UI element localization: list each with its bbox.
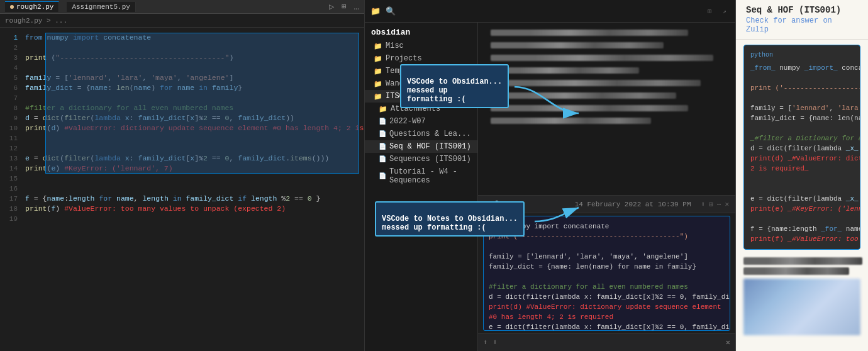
blurred-row-3	[491, 55, 713, 61]
obsidian-main: ✏ 🔒 ⊞ ⊞ 14 February 2022 at 10:39 PM ⬆ ⊞…	[478, 23, 735, 351]
sidebar-attachments[interactable]: 📁 Attachments	[365, 103, 477, 115]
right-title: Seq & HOF (ITS001)	[746, 5, 858, 15]
breadcrumb-text: rough2.py > ...	[5, 17, 67, 25]
full-wrapper: rough2.py Assignment5.py ▷ ⊞ … rough2.py…	[0, 0, 868, 351]
sidebar-templates[interactable]: 📁 Templates	[365, 65, 477, 77]
right-blurred-1	[743, 257, 862, 265]
code-line-6: family_dict = {name: len(name) for name …	[25, 83, 359, 93]
blurred-row-1	[491, 30, 688, 36]
sidebar-projects-label: Projects	[386, 54, 422, 63]
code-line-12	[25, 143, 359, 153]
lock-icon[interactable]: 🔒	[492, 200, 501, 208]
run-icon[interactable]: ▷	[329, 1, 334, 12]
vault-name: obsidian	[365, 23, 477, 40]
scroll-left[interactable]: ⬆	[483, 338, 487, 347]
split-icon[interactable]: ⊞	[342, 2, 346, 11]
copy-icon[interactable]: ⊞	[709, 200, 713, 208]
right-bottom	[736, 255, 868, 351]
note-line-6: family_dict = {name: len(name) for name …	[489, 262, 725, 272]
note-extra-icons: ⬆ ⊞ ⋯ ✕	[701, 200, 730, 208]
file-week07-icon: 📄	[379, 118, 386, 125]
rline-14: e = dict(filter(lambda _x_: family_dict[…	[750, 194, 854, 204]
sidebar-projects[interactable]: 📁 Projects	[365, 52, 477, 65]
code-line-16	[25, 184, 359, 194]
sidebar-misc[interactable]: 📁 Misc	[365, 40, 477, 52]
sidebar-tutorial[interactable]: 📄 Tutorial - W4 - Sequences	[365, 165, 477, 187]
tab-rough2-label: rough2.py	[16, 3, 53, 11]
folder-icon[interactable]: 📁	[370, 6, 381, 17]
sidebar-week07-label: 2022-W07	[389, 117, 426, 126]
grid-icon[interactable]: ⊞	[704, 6, 715, 17]
note-toolbar-more[interactable]: ⊞	[513, 200, 517, 208]
code-line-7	[25, 93, 359, 103]
scroll-right[interactable]: ⬇	[492, 338, 497, 347]
edit-icon[interactable]: ✏	[484, 200, 489, 208]
sidebar-week07[interactable]: 📄 2022-W07	[365, 115, 477, 128]
folder-templates-icon: 📁	[374, 67, 382, 75]
sidebar-seq-label: Seq & HOF (ITS001)	[389, 142, 471, 151]
blurred-row-7	[491, 105, 688, 111]
tab-rough2[interactable]: rough2.py	[5, 1, 59, 12]
note-line-5: family = ['lennard', 'lara', 'maya', 'an…	[489, 252, 725, 262]
sidebar-wanderkammer[interactable]: 📁 Wanderkammer	[365, 77, 477, 90]
obsidian-bottom: ✏ 🔒 ⊞ ⊞ 14 February 2022 at 10:39 PM ⬆ ⊞…	[478, 195, 735, 333]
rline-13	[750, 184, 854, 194]
close-icon[interactable]: ✕	[726, 338, 730, 347]
file-tutorial-icon: 📄	[379, 172, 386, 180]
sidebar-its001[interactable]: 📁 ITS001	[365, 90, 477, 103]
blurred-row-4	[491, 67, 639, 74]
sidebar-seq-hof[interactable]: 📄 Seq & HOF (ITS001)	[365, 140, 477, 153]
more2-icon[interactable]: ⋯	[717, 200, 721, 208]
blurred-row-6	[491, 92, 676, 99]
bookmark-icon[interactable]: ⊞	[505, 200, 509, 208]
editor-area: 1 2 3 4 5 6 7 8 9 10 11 12 13 14 15 16 1	[0, 28, 364, 351]
note-line-7	[489, 272, 725, 282]
line-numbers: 1 2 3 4 5 6 7 8 9 10 11 12 13 14 15 16 1	[0, 28, 20, 351]
folder-wanderkammer-icon: 📁	[374, 80, 382, 88]
file-seq-icon: 📄	[379, 143, 386, 150]
code-line-2	[25, 43, 359, 53]
note-line-4	[489, 242, 725, 252]
rline-5: family = ['lennard', 'lara', 'maya', 'an…	[750, 103, 854, 113]
code-content[interactable]: from numpy import concatenate print ("--…	[20, 28, 364, 351]
rline-8: _#filter a Dictionary for all even numbe…	[750, 133, 854, 143]
right-subtitle[interactable]: Check for answer on Zulip	[746, 16, 858, 34]
rline-3: print ('--------------------------------…	[750, 83, 854, 93]
right-content: python _from_ numpy _import_ concatenate…	[736, 40, 868, 351]
search-icon[interactable]: 🔍	[385, 6, 396, 17]
note-line-3: print ("--------------------------------…	[489, 231, 725, 242]
sidebar-its001-label: ITS001	[386, 92, 413, 101]
rline-15: print(e) _#KeyError: ('lennard', 7)_	[750, 204, 854, 214]
code-line-13: e = dict(filter(lambda x: family_dict[x]…	[25, 153, 359, 164]
vscode-breadcrumb: rough2.py > ...	[0, 14, 364, 28]
rline-10: print(d) _#ValueError: dictionary update…	[750, 153, 854, 164]
code-line-11	[25, 133, 359, 143]
note-line-12: e = dict(filter(lambda x: family_dict[x]…	[489, 322, 725, 331]
note-code-area: from numpy import concatenate print ("--…	[483, 216, 730, 331]
rline-16	[750, 214, 854, 224]
blurred-row-8	[491, 118, 651, 124]
sidebar-questions[interactable]: 📄 Questions & Lea...	[365, 128, 477, 140]
code-block-area: python _from_ numpy _import_ concatenate…	[743, 45, 860, 250]
sidebar-tutorial-label: Tutorial - W4 - Sequences	[389, 167, 471, 185]
sidebar-misc-label: Misc	[386, 42, 404, 50]
close-note-icon[interactable]: ✕	[725, 200, 729, 208]
rline-1: _from_ numpy _import_ concatenate	[750, 63, 854, 73]
code-line-10: print(d) #ValueError: dictionary update …	[25, 123, 359, 133]
right-image-placeholder	[743, 279, 860, 335]
note-line-10: print(d) #ValueError: dictionary update …	[489, 302, 725, 312]
note-icons: ✏ 🔒 ⊞ ⊞	[484, 200, 517, 208]
right-panel: Seq & HOF (ITS001) Check for answer on Z…	[736, 0, 868, 351]
code-line-1: from numpy import concatenate	[25, 33, 359, 43]
code-line-17: f = {name:length for name, length in fam…	[25, 194, 359, 204]
share-icon[interactable]: ⬆	[701, 200, 706, 208]
more-icon[interactable]: …	[354, 2, 359, 12]
file-questions-icon: 📄	[379, 130, 386, 138]
rline-17: f = {name:length _for_ name, length _in_…	[750, 224, 854, 234]
lang-tag: python	[750, 50, 854, 60]
sidebar-sequences[interactable]: 📄 Sequences (ITS001)	[365, 153, 477, 165]
tab-assignment5[interactable]: Assignment5.py	[67, 2, 135, 12]
expand-icon[interactable]: ↗	[719, 6, 730, 17]
vscode-titlebar: rough2.py Assignment5.py ▷ ⊞ …	[0, 0, 364, 14]
vscode-panel: rough2.py Assignment5.py ▷ ⊞ … rough2.py…	[0, 0, 365, 351]
